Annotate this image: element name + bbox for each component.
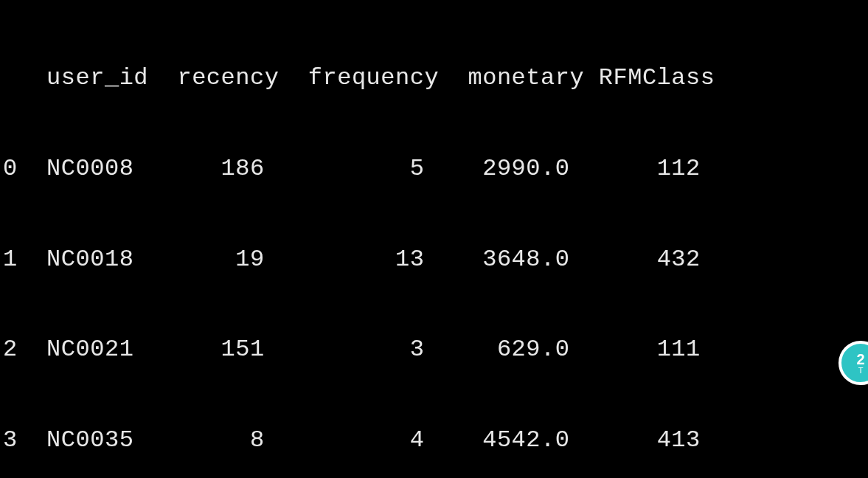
table-row: 0 NC0008 186 5 2990.0 112 bbox=[3, 154, 868, 184]
table-row: 3 NC0035 8 4 4542.0 413 bbox=[3, 426, 868, 456]
badge-number: 2 bbox=[856, 352, 864, 367]
table-header: user_id recency frequency monetary RFMCl… bbox=[3, 63, 868, 94]
table-row: 1 NC0018 19 13 3648.0 432 bbox=[3, 245, 868, 275]
badge-sublabel: T bbox=[858, 367, 864, 375]
dataframe-output-1: user_id recency frequency monetary RFMCl… bbox=[3, 3, 868, 478]
table-row: 2 NC0021 151 3 629.0 111 bbox=[3, 335, 868, 365]
